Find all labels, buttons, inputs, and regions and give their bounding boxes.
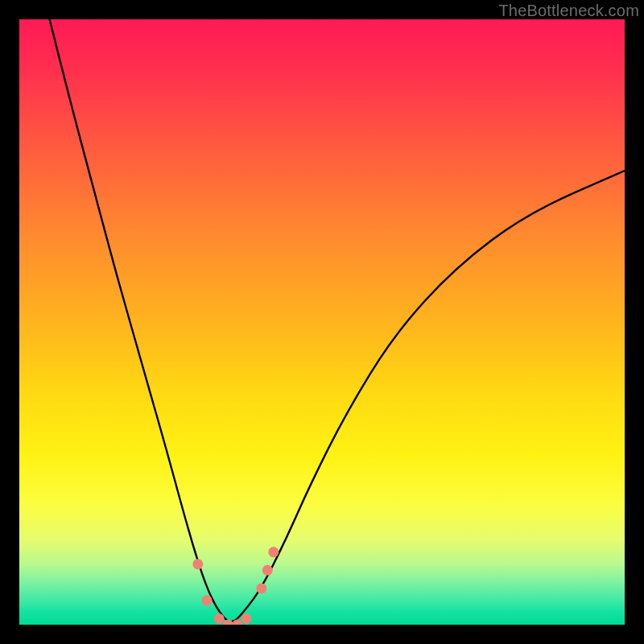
- plot-area: [19, 19, 625, 625]
- watermark-text: TheBottleneck.com: [498, 2, 639, 20]
- chart-frame: TheBottleneck.com: [0, 0, 644, 644]
- background-gradient: [19, 19, 625, 625]
